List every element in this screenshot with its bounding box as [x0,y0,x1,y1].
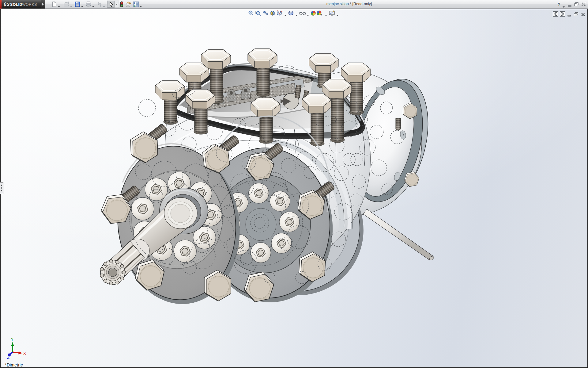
solidworks-window: βS SOLID WORKS menjac sklop * [Read-only… [0,0,588,368]
zoom-to-area-button[interactable] [255,10,261,16]
model-scene [1,9,587,367]
zoom-to-fit-button[interactable] [248,10,254,16]
triad-x-axis: X [13,351,26,356]
camera-view-button[interactable] [329,10,335,16]
collapse-arrow-icon [1,190,2,192]
hex-bolt-top [186,89,215,109]
bolt-thread [350,79,363,113]
view-stoplight-button[interactable] [118,1,125,8]
svg-text:Y: Y [11,337,14,342]
bolt-thread [396,118,401,130]
socket-head-screw [174,240,196,263]
collapse-left-pane-button[interactable] [553,11,558,17]
socket-head-screw [131,197,154,220]
doc-minimize-button[interactable] [567,13,571,16]
minimize-button[interactable] [568,3,572,6]
undo-dropdown[interactable] [103,3,105,5]
view-orientation-dropdown[interactable] [284,12,287,14]
restore-button[interactable] [574,2,579,6]
svg-text:Z: Z [7,355,9,359]
solidworks-logo-text: βS SOLID WORKS [4,1,40,7]
edit-appearance-button[interactable] [125,1,132,8]
collapse-arrow-icon [1,184,2,186]
print-button[interactable] [85,1,92,8]
undo-button[interactable] [96,1,103,8]
bolt-thread [331,95,344,141]
help-dropdown[interactable] [563,4,565,6]
save-dropdown[interactable] [81,3,84,5]
close-button[interactable] [581,2,586,6]
open-document-dropdown[interactable] [70,3,73,5]
socket-head-screw [249,183,269,203]
options-dropdown[interactable] [140,3,142,5]
brand-solid: SOLID [10,2,22,7]
new-document-button[interactable] [51,1,58,8]
collapse-arrow-icon [1,187,2,189]
svg-text:?: ? [558,2,560,7]
apply-scene-button[interactable] [310,10,316,16]
triad-y-axis: Y [11,337,14,352]
hex-bolt-top [302,94,331,114]
display-style-dropdown[interactable] [295,12,298,14]
collapse-right-pane-button[interactable] [560,11,565,17]
new-document-dropdown[interactable] [58,3,60,5]
socket-head-screw [279,212,300,232]
doc-restore-button[interactable] [574,12,579,16]
hex-bolt-top [341,63,371,83]
document-title: menjac sklop * [Read-only] [326,2,372,6]
graphics-viewport[interactable]: Y X Z *Dimetric [0,9,588,368]
title-bar: βS SOLID WORKS menjac sklop * [Read-only… [0,0,588,9]
svg-text:X: X [23,351,26,356]
select-tool-button[interactable] [107,1,119,8]
print-dropdown[interactable] [92,3,95,5]
brand-red-strip [0,0,2,9]
save-button[interactable] [74,1,81,8]
socket-head-screw [270,191,290,211]
hide-show-items-button[interactable] [299,10,306,16]
bolt-thread [257,64,270,95]
hex-bolt-top [248,49,277,69]
triad-z-axis: Z [7,352,13,359]
options-button[interactable] [133,1,139,8]
feature-panel-collapsed-tab[interactable] [0,182,3,194]
view-orientation-label: *Dimetric [5,362,23,367]
camera-view-dropdown[interactable] [336,12,339,14]
hex-bolt-top [309,53,338,73]
hex-bolt-top [251,98,280,118]
view-settings-dropdown[interactable] [325,12,327,14]
hex-bolt-top [155,80,185,100]
view-settings-button[interactable] [316,10,323,16]
previous-view-button[interactable] [262,10,269,16]
brand-glyph: βS [4,2,9,7]
doc-close-button[interactable] [581,12,585,16]
display-style-button[interactable] [288,10,294,16]
solidworks-logo: βS SOLID WORKS [0,0,41,9]
section-view-button[interactable] [270,10,276,16]
help-button[interactable]: ? [557,2,562,7]
shift-rod [363,209,434,261]
open-document-button[interactable] [63,1,70,8]
menu-flyout-arrow[interactable] [41,0,45,9]
brand-works: WORKS [22,2,37,7]
socket-head-screw [251,243,271,263]
hide-show-items-dropdown[interactable] [307,12,309,14]
view-orientation-button[interactable] [276,10,282,16]
reference-triad: Y X Z [5,328,32,359]
hex-bolt-top [179,63,209,83]
